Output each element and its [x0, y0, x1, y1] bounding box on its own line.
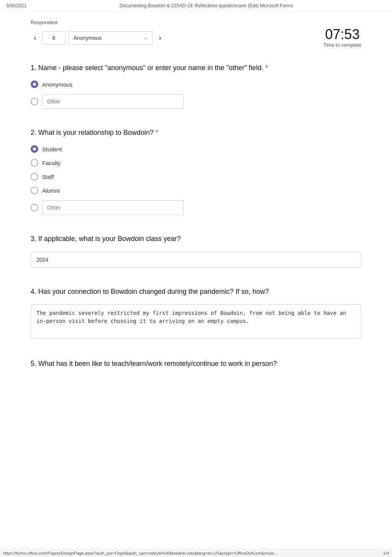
respondent-left: ‹ 6 Anonymous ⌄ › — [31, 31, 164, 44]
respondent-dropdown[interactable]: Anonymous ⌄ — [69, 31, 153, 44]
q4-textarea[interactable]: The pandemic severely restricted my firs… — [31, 304, 361, 339]
question-2-title: 2. What is your relationship to Bowdoin?… — [31, 128, 361, 138]
question-5-title: 5. What has it been like to teach/learn/… — [31, 359, 361, 369]
q2-label-staff: Staff — [42, 174, 54, 180]
page-indicator: 1/4 — [383, 551, 389, 555]
question-1-required: * — [265, 64, 268, 72]
q2-label-alumni: Alumni — [42, 187, 60, 194]
q2-option-alumni[interactable]: Alumni — [31, 187, 361, 194]
q1-other-input[interactable] — [42, 94, 184, 109]
browser-date: 3/30/2021 — [6, 3, 26, 8]
q1-radio-other[interactable] — [31, 98, 38, 105]
question-4-title: 4. Has your connection to Bowdoin change… — [31, 287, 361, 297]
respondent-header: Respondent ‹ 6 Anonymous ⌄ › 07:53 Time … — [31, 20, 361, 48]
time-value: 07:53 — [323, 28, 361, 41]
q2-radio-faculty[interactable] — [31, 159, 38, 167]
dropdown-value: Anonymous — [74, 35, 102, 41]
q2-radio-student[interactable] — [31, 145, 38, 153]
question-2: 2. What is your relationship to Bowdoin?… — [31, 128, 361, 215]
q2-radio-other[interactable] — [31, 204, 38, 211]
q2-radio-staff[interactable] — [31, 173, 38, 180]
question-2-number: 2. — [31, 129, 36, 136]
q2-option-staff[interactable]: Staff — [31, 173, 361, 180]
time-label: Time to complete — [323, 42, 361, 48]
question-2-required: * — [155, 129, 158, 136]
question-5-number: 5. — [31, 360, 36, 367]
q2-other-input[interactable] — [42, 200, 184, 215]
q3-text-input[interactable] — [31, 252, 361, 268]
page-content: Respondent ‹ 6 Anonymous ⌄ › 07:53 Time … — [0, 12, 392, 418]
q1-option-anonymous[interactable]: Anonymous — [31, 80, 361, 88]
q1-option-other[interactable] — [31, 94, 361, 109]
question-4-number: 4. — [31, 288, 36, 295]
q2-option-student[interactable]: Student — [31, 145, 361, 153]
respondent-controls: ‹ 6 Anonymous ⌄ › 07:53 Time to complete — [31, 28, 361, 48]
question-5-text: What has it been like to teach/learn/wor… — [38, 360, 277, 367]
status-bar: https://forms.office.com/Pages/DesignPag… — [0, 549, 392, 557]
q2-option-faculty[interactable]: Faculty — [31, 159, 361, 167]
question-1-title: 1. Name - please select "anonymous" or e… — [31, 63, 361, 73]
question-4: 4. Has your connection to Bowdoin change… — [31, 287, 361, 340]
status-url: https://forms.office.com/Pages/DesignPag… — [3, 551, 277, 555]
q2-label-faculty: Faculty — [42, 160, 60, 166]
q2-option-other[interactable] — [31, 200, 361, 215]
question-1: 1. Name - please select "anonymous" or e… — [31, 63, 361, 109]
nav-next-button[interactable]: › — [156, 32, 165, 44]
q2-radio-alumni[interactable] — [31, 187, 38, 194]
q1-label-anonymous: Anonymous — [42, 81, 72, 88]
time-info: 07:53 Time to complete — [323, 28, 361, 48]
question-2-text: What is your relationship to Bowdoin? — [38, 129, 154, 136]
q1-radio-anonymous[interactable] — [31, 80, 38, 88]
question-3-text: If applicable, what is your Bowdoin clas… — [38, 235, 181, 242]
question-3-title: 3. If applicable, what is your Bowdoin c… — [31, 234, 361, 244]
chevron-down-icon: ⌄ — [144, 35, 148, 41]
question-4-text: Has your connection to Bowdoin changed d… — [38, 288, 269, 295]
q2-label-student: Student — [42, 146, 62, 152]
question-1-text: Name - please select "anonymous" or ente… — [38, 64, 263, 72]
nav-prev-button[interactable]: ‹ — [31, 32, 39, 44]
respondent-number: 6 — [42, 31, 65, 44]
browser-bar: 3/30/2021 Documenting Bowdoin & COVID-19… — [0, 0, 392, 12]
question-1-number: 1. — [31, 64, 36, 72]
question-3-number: 3. — [31, 235, 36, 242]
respondent-label: Respondent — [31, 20, 361, 25]
browser-title: Documenting Bowdoin & COVID-19: Reflecti… — [26, 3, 386, 8]
question-3: 3. If applicable, what is your Bowdoin c… — [31, 234, 361, 267]
question-5: 5. What has it been like to teach/learn/… — [31, 359, 361, 369]
